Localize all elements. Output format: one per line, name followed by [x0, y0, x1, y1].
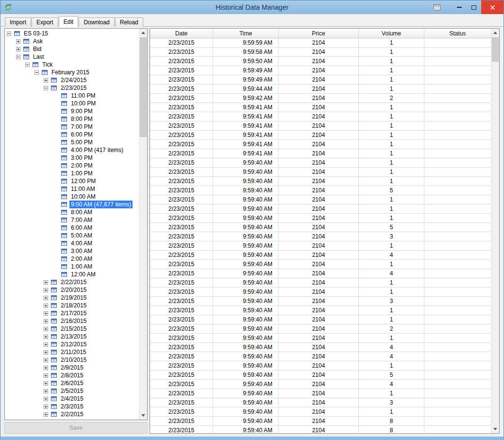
table-row[interactable]: 2/23/20159:59:40 AM21045	[150, 223, 491, 232]
tab-download[interactable]: Download	[79, 17, 114, 27]
expand-icon[interactable]: +	[44, 389, 48, 393]
table-row[interactable]: 2/23/20159:59:40 AM21041	[150, 195, 491, 204]
table-row[interactable]: 2/23/20159:59:49 AM21041	[150, 75, 491, 85]
tree-scrollbar[interactable]	[139, 29, 147, 420]
tree-node[interactable]: 10:00 PM	[5, 100, 139, 107]
tree-node[interactable]: +2/12/2015	[5, 340, 139, 348]
table-row[interactable]: 2/23/20159:59:41 AM21041	[150, 149, 491, 158]
tree-node[interactable]: +2/10/2015	[5, 356, 139, 364]
tree-node[interactable]: +2/19/2015	[5, 294, 139, 302]
tab-export[interactable]: Export	[32, 17, 58, 27]
tree-node[interactable]: +2/3/2015	[5, 403, 139, 410]
expand-icon[interactable]: +	[44, 358, 48, 362]
expand-icon[interactable]: +	[44, 412, 48, 417]
table-row[interactable]: 2/23/20159:59:40 AM21043	[150, 297, 491, 306]
table-row[interactable]: 2/23/20159:59:40 AM21044	[150, 251, 491, 260]
expand-icon[interactable]: +	[44, 304, 48, 308]
tree-node[interactable]: +2/5/2015	[5, 387, 139, 395]
table-row[interactable]: 2/23/20159:59:59 AM21041	[150, 38, 491, 48]
expand-icon[interactable]: +	[44, 78, 48, 83]
tree-node[interactable]: 2:00 AM	[5, 255, 139, 263]
table-row[interactable]: 2/23/20159:59:40 AM21048	[150, 426, 491, 433]
maximize-button[interactable]	[467, 0, 481, 14]
close-button[interactable]	[481, 0, 504, 14]
tree-node[interactable]: +2/9/2015	[5, 364, 139, 372]
tree-node[interactable]: +2/11/2015	[5, 348, 139, 356]
tree-node[interactable]: 8:00 PM	[5, 115, 139, 123]
table-row[interactable]: 2/23/20159:59:40 AM21043	[150, 398, 491, 407]
tree-node[interactable]: 3:00 AM	[5, 247, 139, 255]
table-row[interactable]: 2/23/20159:59:41 AM21041	[150, 140, 491, 149]
scroll-up-button[interactable]	[139, 29, 147, 37]
expand-icon[interactable]: +	[44, 288, 48, 292]
scrollbar-thumb[interactable]	[140, 37, 147, 137]
table-row[interactable]: 2/23/20159:59:41 AM21041	[150, 121, 491, 131]
tree-node[interactable]: +2/2/2015	[5, 410, 139, 418]
collapse-icon[interactable]: −	[16, 55, 20, 59]
collapse-icon[interactable]: −	[44, 86, 48, 90]
column-header-price[interactable]: Price	[279, 29, 359, 38]
tree-node[interactable]: 3:00 PM	[5, 154, 139, 162]
tree-node[interactable]: +2/13/2015	[5, 333, 139, 340]
expand-icon[interactable]: +	[16, 39, 20, 44]
expand-icon[interactable]: +	[44, 296, 48, 300]
column-header-status[interactable]: Status	[424, 29, 491, 38]
column-header-volume[interactable]: Volume	[359, 29, 424, 38]
table-row[interactable]: 2/23/20159:59:40 AM21041	[150, 204, 491, 214]
tree-node[interactable]: +2/18/2015	[5, 302, 139, 309]
tree-node[interactable]: −February 2015	[5, 68, 139, 76]
tree-node[interactable]: 9:00 AM (47,677 items)	[5, 201, 139, 208]
tree-node[interactable]: −2/23/2015	[5, 84, 139, 92]
tree-node[interactable]: 7:00 AM	[5, 216, 139, 224]
tree-node[interactable]: +Ask	[5, 37, 139, 45]
tree-node[interactable]: 11:00 AM	[5, 185, 139, 193]
table-row[interactable]: 2/23/20159:59:40 AM21044	[150, 343, 491, 352]
tree-node[interactable]: 8:00 AM	[5, 208, 139, 216]
collapse-icon[interactable]: −	[25, 63, 30, 67]
expand-icon[interactable]: +	[44, 327, 48, 331]
expand-icon[interactable]: +	[44, 335, 48, 339]
tree-node[interactable]: 6:00 AM	[5, 224, 139, 232]
table-row[interactable]: 2/23/20159:59:40 AM21041	[150, 315, 491, 324]
table-row[interactable]: 2/23/20159:59:40 AM21041	[150, 158, 491, 168]
expand-icon[interactable]: +	[44, 350, 48, 355]
mini-grid-icon[interactable]	[434, 4, 440, 10]
expand-icon[interactable]: +	[44, 311, 48, 316]
table-row[interactable]: 2/23/20159:59:40 AM21041	[150, 334, 491, 343]
tree-node[interactable]: +2/17/2015	[5, 309, 139, 317]
expand-icon[interactable]: +	[44, 319, 48, 323]
table-row[interactable]: 2/23/20159:59:42 AM21042	[150, 94, 491, 103]
table-row[interactable]: 2/23/20159:59:40 AM21041	[150, 241, 491, 251]
save-button[interactable]: Save	[4, 422, 148, 434]
expand-icon[interactable]: +	[16, 47, 20, 51]
column-header-date[interactable]: Date	[150, 29, 213, 38]
expand-icon[interactable]: +	[44, 405, 48, 409]
table-row[interactable]: 2/23/20159:59:40 AM21041	[150, 306, 491, 315]
tab-edit[interactable]: Edit	[59, 16, 79, 27]
table-row[interactable]: 2/23/20159:59:40 AM21041	[150, 288, 491, 297]
table-row[interactable]: 2/23/20159:59:40 AM21043	[150, 232, 491, 241]
scroll-down-button[interactable]	[139, 411, 147, 420]
tree-node[interactable]: 10:00 AM	[5, 193, 139, 201]
tree-node[interactable]: 11:00 PM	[5, 92, 139, 100]
table-row[interactable]: 2/23/20159:59:40 AM21041	[150, 361, 491, 371]
table-row[interactable]: 2/23/20159:59:40 AM21041	[150, 389, 491, 398]
scroll-down-button[interactable]	[491, 425, 499, 433]
tree-node[interactable]: 1:00 AM	[5, 263, 139, 271]
table-row[interactable]: 2/23/20159:59:44 AM21041	[150, 85, 491, 94]
table-row[interactable]: 2/23/20159:59:40 AM21045	[150, 371, 491, 380]
table-row[interactable]: 2/23/20159:59:40 AM21044	[150, 380, 491, 389]
tree-node[interactable]: +2/22/2015	[5, 278, 139, 286]
table-row[interactable]: 2/23/20159:59:40 AM21041	[150, 177, 491, 186]
collapse-icon[interactable]: −	[7, 32, 11, 36]
tree-node[interactable]: +2/4/2015	[5, 395, 139, 403]
tree-node[interactable]: −ES 03-15	[5, 30, 139, 37]
table-row[interactable]: 2/23/20159:59:40 AM21041	[150, 260, 491, 269]
tree-node[interactable]: +Bid	[5, 45, 139, 53]
tree-node[interactable]: +2/24/2015	[5, 76, 139, 84]
expand-icon[interactable]: +	[44, 381, 48, 386]
table-row[interactable]: 2/23/20159:59:41 AM21041	[150, 103, 491, 112]
table-row[interactable]: 2/23/20159:59:40 AM21041	[150, 168, 491, 177]
table-row[interactable]: 2/23/20159:59:40 AM21041	[150, 278, 491, 288]
table-row[interactable]: 2/23/20159:59:58 AM21041	[150, 48, 491, 57]
